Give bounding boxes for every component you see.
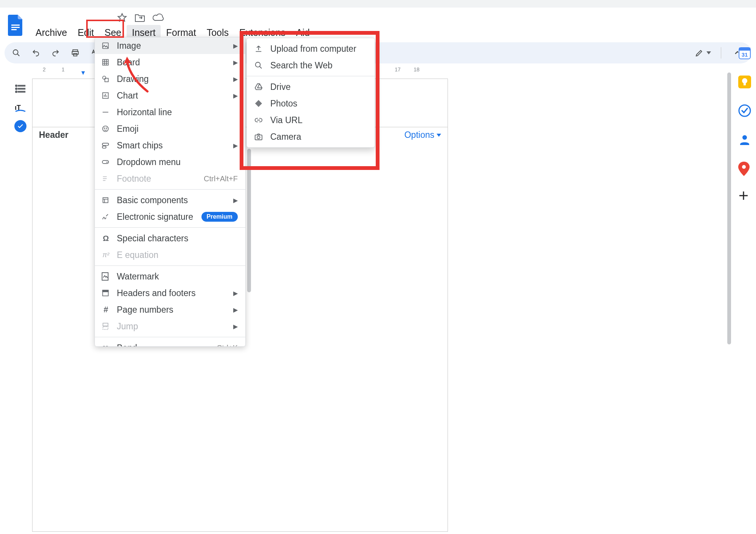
insert-special-characters[interactable]: Ω Special characters xyxy=(95,230,245,247)
insert-equation: π² E equation xyxy=(95,247,245,263)
image-via-url[interactable]: Via URL xyxy=(247,112,375,128)
header-options-button[interactable]: Options xyxy=(404,130,441,140)
docs-logo[interactable] xyxy=(6,12,26,39)
footnote-icon xyxy=(102,175,110,182)
svg-rect-41 xyxy=(744,83,746,85)
submenu-arrow-icon: ▶ xyxy=(233,142,238,149)
dropdown-chip-icon xyxy=(102,158,110,166)
svg-point-44 xyxy=(742,165,746,169)
svg-rect-16 xyxy=(103,60,108,65)
menu-label: Footnote xyxy=(117,174,151,184)
hash-icon: # xyxy=(102,305,110,315)
tasks-app-icon[interactable] xyxy=(738,104,751,117)
svg-point-40 xyxy=(742,78,747,83)
insert-horizontal-line[interactable]: Horizontal line xyxy=(95,104,245,120)
signature-icon xyxy=(102,213,110,221)
edit-mode-button[interactable] xyxy=(695,46,711,59)
smart-chips-icon xyxy=(102,142,110,149)
cloud-status-icon[interactable] xyxy=(153,14,164,22)
menu-label: Via URL xyxy=(270,115,302,125)
table-icon xyxy=(102,59,110,66)
chart-icon xyxy=(102,92,110,99)
redo-icon[interactable] xyxy=(49,46,62,59)
ruler-mark: 2 xyxy=(43,66,46,73)
insert-esignature[interactable]: Electronic signature Premium xyxy=(95,208,245,225)
search-icon[interactable] xyxy=(10,46,23,59)
insert-dropdown-menu[interactable]: Dropdown menu xyxy=(95,154,245,170)
insert-headers-footers[interactable]: Headers and footers ▶ xyxy=(95,285,245,301)
insert-smart-chips[interactable]: Smart chips ▶ xyxy=(95,137,245,154)
header-label: Header xyxy=(39,130,68,140)
insert-emoji[interactable]: Emoji xyxy=(95,120,245,137)
svg-point-32 xyxy=(256,62,260,67)
svg-rect-11 xyxy=(18,88,25,89)
insert-watermark[interactable]: Watermark xyxy=(95,268,245,285)
languagetool-icon[interactable]: ιT xyxy=(11,100,29,116)
submenu-arrow-icon: ▶ xyxy=(233,306,238,313)
submenu-arrow-icon: ▶ xyxy=(233,76,238,83)
menu-label: Emoji xyxy=(117,124,139,134)
svg-point-17 xyxy=(103,76,106,79)
svg-rect-0 xyxy=(11,25,20,26)
insert-board[interactable]: Board ▶ xyxy=(95,54,245,71)
outline-toggle-icon[interactable] xyxy=(11,81,29,97)
image-drive[interactable]: Drive xyxy=(247,79,375,95)
building-blocks-icon xyxy=(102,196,110,204)
insert-drawing[interactable]: Drawing ▶ xyxy=(95,71,245,87)
image-upload-computer[interactable]: Upload from computer xyxy=(247,40,375,57)
menu-label: Image xyxy=(117,41,141,51)
contacts-app-icon[interactable] xyxy=(738,133,751,146)
svg-rect-30 xyxy=(103,323,108,326)
image-icon xyxy=(102,42,110,49)
menu-label: Board xyxy=(117,57,140,68)
insert-image[interactable]: Image ▶ xyxy=(95,37,245,54)
svg-rect-13 xyxy=(18,91,25,92)
svg-point-43 xyxy=(742,135,747,140)
menu-label: Search the Web xyxy=(270,60,333,71)
search-icon xyxy=(254,61,263,69)
premium-badge: Premium xyxy=(201,212,238,222)
insert-bond[interactable]: Bond Ctrl+K xyxy=(95,340,245,347)
check-badge-icon[interactable] xyxy=(14,120,26,132)
add-app-icon[interactable] xyxy=(738,190,751,203)
svg-rect-23 xyxy=(102,143,109,145)
menu-label: Dropdown menu xyxy=(117,157,181,167)
emoji-icon xyxy=(102,125,110,133)
svg-text:31: 31 xyxy=(742,51,748,58)
submenu-arrow-icon: ▶ xyxy=(233,323,238,330)
insert-page-numbers[interactable]: # Page numbers ▶ xyxy=(95,301,245,318)
calendar-app-icon[interactable]: 31 xyxy=(738,47,751,60)
insert-chart[interactable]: Chart ▶ xyxy=(95,87,245,104)
menu-archive[interactable]: Archive xyxy=(30,25,72,40)
menu-label: Upload from computer xyxy=(270,44,356,54)
move-folder-icon[interactable] xyxy=(135,13,145,22)
equation-icon: π² xyxy=(102,251,110,259)
insert-basic-components[interactable]: Basic components ▶ xyxy=(95,192,245,208)
camera-icon xyxy=(254,133,263,141)
image-camera[interactable]: Camera xyxy=(247,128,375,145)
submenu-scrollbar[interactable] xyxy=(246,149,252,296)
print-icon[interactable] xyxy=(69,46,82,59)
menu-label: Basic components xyxy=(117,195,188,205)
svg-point-3 xyxy=(13,50,18,55)
image-search-web[interactable]: Search the Web xyxy=(247,57,375,74)
svg-rect-29 xyxy=(103,290,108,292)
menu-label: Smart chips xyxy=(117,140,163,151)
menu-label: Drawing xyxy=(117,74,149,84)
image-photos[interactable]: Photos xyxy=(247,95,375,112)
undo-icon[interactable] xyxy=(29,46,42,59)
star-icon[interactable] xyxy=(117,13,127,23)
omega-icon: Ω xyxy=(102,234,110,243)
image-submenu: Upload from computer Search the Web Driv… xyxy=(246,38,375,148)
horizontal-line-icon xyxy=(102,108,110,116)
svg-rect-26 xyxy=(103,198,108,202)
submenu-arrow-icon: ▶ xyxy=(233,42,238,49)
headers-footers-icon xyxy=(102,289,110,297)
keep-app-icon[interactable] xyxy=(738,76,751,88)
svg-point-12 xyxy=(15,91,17,93)
link-icon xyxy=(254,116,263,124)
menu-label: Special characters xyxy=(117,233,188,244)
maps-app-icon[interactable] xyxy=(738,162,751,174)
svg-point-22 xyxy=(106,128,107,129)
vertical-scrollbar[interactable] xyxy=(727,73,732,526)
